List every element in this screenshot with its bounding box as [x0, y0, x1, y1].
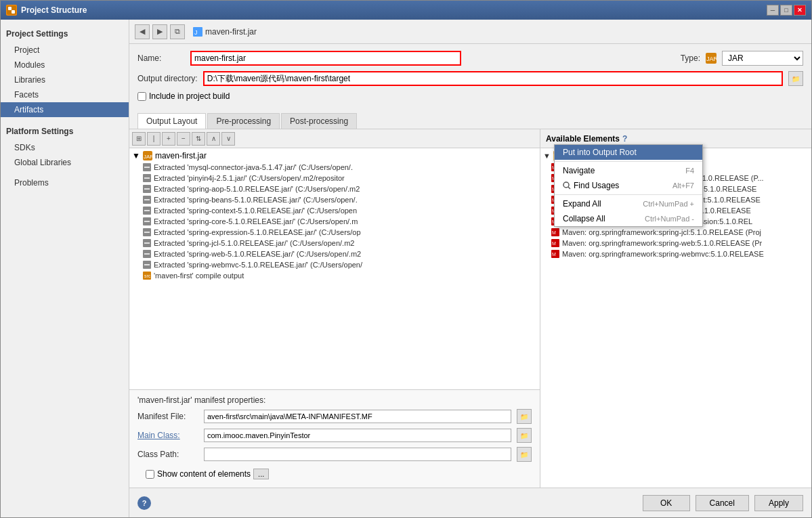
manifest-file-browse-button[interactable]: 📁	[517, 409, 532, 424]
tabs: Output Layout Pre-processing Post-proces…	[129, 113, 811, 129]
right-list-item[interactable]: M Maven: org.springframework:spring-webm…	[540, 249, 811, 259]
artifact-nav-item[interactable]: J maven-first.jar	[188, 24, 262, 39]
extracted-icon	[143, 250, 151, 258]
main-class-label[interactable]: Main Class:	[137, 431, 198, 440]
ctx-find-usages[interactable]: Find Usages Alt+F7	[555, 178, 702, 193]
footer-left: ?	[137, 496, 637, 510]
class-path-input[interactable]	[204, 448, 511, 461]
list-item[interactable]: Extracted 'spring-jcl-5.1.0.RELEASE.jar/…	[129, 238, 540, 249]
apply-button[interactable]: Apply	[754, 495, 803, 511]
list-item[interactable]: Extracted 'spring-beans-5.1.0.RELEASE.ja…	[129, 194, 540, 205]
separator-button[interactable]: |	[147, 132, 161, 146]
ctx-expand-all[interactable]: Expand All Ctrl+NumPad +	[555, 196, 702, 211]
help-button[interactable]: ?	[137, 496, 151, 510]
class-path-row: Class Path: 📁	[137, 447, 532, 462]
output-dir-browse-button[interactable]: 📁	[788, 71, 803, 86]
svg-rect-0	[7, 5, 16, 15]
jar-icon: JAR	[143, 151, 152, 160]
extracted-icon	[143, 185, 151, 193]
add-button[interactable]: +	[162, 132, 175, 146]
extracted-icon	[143, 163, 151, 171]
close-button[interactable]: ✕	[794, 5, 806, 16]
output-dir-label: Output directory:	[137, 74, 198, 83]
platform-settings-header: Platform Settings	[1, 123, 129, 140]
output-dir-row: Output directory: 📁	[137, 71, 803, 86]
main-class-input[interactable]	[204, 429, 511, 442]
main-class-row: Main Class: 📁	[137, 428, 532, 443]
list-item[interactable]: Extracted 'spring-aop-5.1.0.RELEASE.jar/…	[129, 184, 540, 194]
ctx-collapse-all[interactable]: Collapse All Ctrl+NumPad -	[555, 211, 702, 226]
sidebar-item-libraries[interactable]: Libraries	[1, 72, 129, 87]
tab-post-processing[interactable]: Post-processing	[281, 113, 357, 129]
manifest-file-row: Manifest File: 📁	[137, 409, 532, 424]
ctx-put-into-output-root[interactable]: Put into Output Root	[555, 145, 702, 160]
split-area: ⊞ | + − ⇅ ∧ ∨ ▼ JAR maven-first.jar	[129, 129, 811, 488]
extracted-icon	[143, 261, 151, 269]
list-item[interactable]: Extracted 'spring-expression-5.1.0.RELEA…	[129, 227, 540, 238]
sidebar-item-modules[interactable]: Modules	[1, 58, 129, 72]
artifact-nav-label: maven-first.jar	[205, 27, 257, 37]
folder-view-button[interactable]: ⊞	[132, 132, 146, 146]
back-button[interactable]: ◀	[135, 24, 150, 39]
list-item[interactable]: src 'maven-first' compile output	[129, 270, 540, 281]
ctx-navigate[interactable]: Navigate F4	[555, 163, 702, 178]
main-class-browse-button[interactable]: 📁	[517, 428, 532, 443]
available-elements-label: Available Elements	[546, 134, 620, 144]
show-content-settings-button[interactable]: ...	[253, 469, 269, 479]
list-item[interactable]: Extracted 'pinyin4j-2.5.1.jar/' (C:/User…	[129, 173, 540, 184]
list-item[interactable]: Extracted 'spring-web-5.1.0.RELEASE.jar/…	[129, 249, 540, 259]
manifest-area: 'maven-first.jar' manifest properties: M…	[129, 389, 540, 488]
sidebar-item-sdks[interactable]: SDKs	[1, 140, 129, 155]
sidebar-item-problems[interactable]: Problems	[1, 175, 129, 190]
extracted-icon	[143, 217, 151, 225]
list-item[interactable]: Extracted 'spring-core-5.1.0.RELEASE.jar…	[129, 216, 540, 227]
manifest-file-input[interactable]	[204, 410, 511, 423]
left-tree: ▼ JAR maven-first.jar Extracted 'mysql-c…	[129, 148, 540, 389]
compile-output-icon: src	[143, 272, 151, 280]
copy-button[interactable]: ⧉	[170, 24, 185, 39]
ok-button[interactable]: OK	[643, 495, 690, 511]
list-item[interactable]: Extracted 'spring-context-5.1.0.RELEASE.…	[129, 205, 540, 216]
extracted-icon	[143, 174, 151, 182]
window-controls: ─ □ ✕	[767, 5, 806, 16]
minimize-button[interactable]: ─	[767, 5, 779, 16]
include-checkbox-row: Include in project build	[137, 91, 803, 101]
down-button[interactable]: ∨	[221, 132, 235, 146]
maven-icon: M	[551, 239, 559, 247]
right-list-item[interactable]: M Maven: org.springframework:spring-web:…	[540, 238, 811, 249]
right-expand-icon: ▼	[543, 152, 551, 160]
list-item[interactable]: Extracted 'mysql-connector-java-5.1.47.j…	[129, 162, 540, 173]
find-usages-icon	[563, 181, 571, 190]
show-content-label: Show content of elements	[157, 469, 251, 479]
sidebar-item-artifacts[interactable]: Artifacts	[1, 102, 129, 117]
extracted-icon	[143, 196, 151, 204]
up-button[interactable]: ∧	[207, 132, 220, 146]
remove-button[interactable]: −	[177, 132, 190, 146]
list-item[interactable]: Extracted 'spring-webmvc-5.1.0.RELEASE.j…	[129, 259, 540, 270]
cancel-button[interactable]: Cancel	[696, 495, 749, 511]
project-structure-window: Project Structure ─ □ ✕ Project Settings…	[0, 0, 812, 518]
right-list-item[interactable]: M Maven: org.springframework:spring-jcl:…	[540, 227, 811, 238]
sidebar-item-project[interactable]: Project	[1, 43, 129, 58]
sort-button[interactable]: ⇅	[192, 132, 205, 146]
type-label: Type:	[681, 53, 700, 63]
maximize-button[interactable]: □	[780, 5, 792, 16]
output-dir-input[interactable]	[203, 71, 783, 86]
sidebar-item-facets[interactable]: Facets	[1, 87, 129, 102]
tab-output-layout[interactable]: Output Layout	[137, 113, 206, 129]
sidebar-item-global-libraries[interactable]: Global Libraries	[1, 155, 129, 170]
show-content-checkbox[interactable]	[146, 470, 154, 479]
content-area: Project Settings Project Modules Librari…	[1, 20, 811, 517]
available-elements-help[interactable]: ?	[622, 134, 627, 144]
class-path-browse-button[interactable]: 📁	[517, 447, 532, 462]
include-checkbox[interactable]	[137, 92, 146, 101]
left-toolbar: ⊞ | + − ⇅ ∧ ∨	[129, 129, 540, 148]
forward-button[interactable]: ▶	[152, 24, 167, 39]
tab-pre-processing[interactable]: Pre-processing	[207, 113, 280, 129]
svg-text:JAR: JAR	[706, 56, 717, 62]
name-input[interactable]	[190, 51, 461, 66]
svg-line-52	[568, 187, 570, 189]
tree-root-item[interactable]: ▼ JAR maven-first.jar	[129, 150, 540, 162]
type-select[interactable]: JAR	[722, 51, 803, 66]
sidebar-divider1	[1, 117, 129, 123]
